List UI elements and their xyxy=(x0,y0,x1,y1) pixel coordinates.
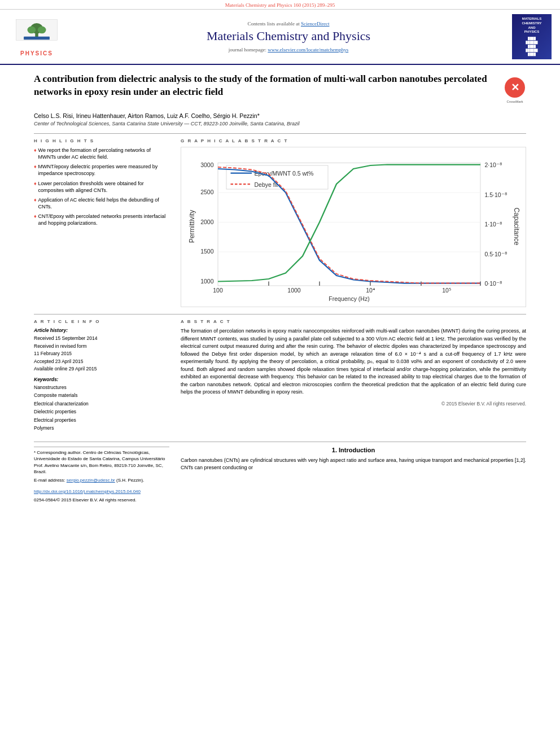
highlights-graphical-row: H I G H L I G H T S ♦ We report the form… xyxy=(34,133,526,307)
authors-list: Celso L.S. Risi, Irineu Hattenhauer, Air… xyxy=(34,112,526,119)
highlight-text-1: We report the formation of percolating n… xyxy=(38,147,169,160)
contents-text: Contents lists available at xyxy=(248,21,300,27)
sciencedirect-link[interactable]: ScienceDirect xyxy=(301,21,329,27)
svg-text:Epoxy/MWNT 0.5 wt%: Epoxy/MWNT 0.5 wt% xyxy=(255,170,314,177)
highlight-text-4: Application of AC electric field helps t… xyxy=(38,196,169,210)
homepage-line: journal homepage: www.elsevier.com/locat… xyxy=(229,47,348,53)
introduction-text: Carbon nanotubes (CNTs) are cylindrical … xyxy=(181,457,526,472)
highlight-item-3: ♦ Lower percolation thresholds were obta… xyxy=(34,180,169,194)
footnote-col: * Corresponding author. Centro de Ciênci… xyxy=(34,447,169,504)
journal-badge-area: MATERIALS CHEMISTRY AND PHYSICS ████████… xyxy=(509,14,554,59)
graphical-abstract-col: G R A P H I C A L A B S T R A C T Permit… xyxy=(181,138,526,307)
svg-text:100: 100 xyxy=(213,287,223,294)
keyword-6: Polymers xyxy=(34,424,169,432)
main-content: H I G H L I G H T S ♦ We report the form… xyxy=(0,133,560,504)
article-info-section: A R T I C L E I N F O Article history: R… xyxy=(34,314,526,433)
authors-text: Celso L.S. Risi, Irineu Hattenhauer, Air… xyxy=(34,112,260,119)
journal-reference: Materials Chemistry and Physics 160 (201… xyxy=(225,2,335,8)
highlights-col: H I G H L I G H T S ♦ We report the form… xyxy=(34,138,169,307)
svg-text:1·10⁻⁸: 1·10⁻⁸ xyxy=(485,221,502,228)
svg-text:1000: 1000 xyxy=(287,287,301,294)
svg-point-3 xyxy=(28,27,36,34)
keyword-5: Electrical properties xyxy=(34,416,169,424)
highlight-item-5: ♦ CNT/Epoxy with percolated networks pre… xyxy=(34,213,169,226)
doi-section: http://dx.doi.org/10.1016/j.matchemphys.… xyxy=(34,488,169,495)
journal-badge: MATERIALS CHEMISTRY AND PHYSICS ████████… xyxy=(512,14,552,59)
badge-extra: ████████████████████████ xyxy=(526,37,537,56)
keyword-3: Electrical characterization xyxy=(34,400,169,408)
homepage-label: journal homepage: xyxy=(229,47,266,53)
crossmark-logo: ✕ xyxy=(504,76,526,99)
highlight-item-1: ♦ We report the formation of percolating… xyxy=(34,147,169,160)
badge-line4: PHYSICS xyxy=(524,30,539,34)
svg-text:Frequency (Hz): Frequency (Hz) xyxy=(329,295,369,302)
svg-text:10⁵: 10⁵ xyxy=(442,287,451,294)
svg-rect-5 xyxy=(24,37,50,40)
svg-text:2·10⁻⁸: 2·10⁻⁸ xyxy=(485,161,502,168)
accepted-date: Accepted 23 April 2015 xyxy=(34,358,169,366)
abstract-text: The formation of percolation networks in… xyxy=(181,327,526,396)
top-bar: Materials Chemistry and Physics 160 (201… xyxy=(0,0,560,10)
bullet-1: ♦ xyxy=(34,147,37,153)
svg-text:2500: 2500 xyxy=(200,189,214,195)
crossmark-label: CrossMark xyxy=(504,100,526,103)
bullet-5: ♦ xyxy=(34,213,37,219)
svg-point-4 xyxy=(38,27,46,34)
received-date: Received 15 September 2014 xyxy=(34,335,169,343)
highlight-text-3: Lower percolation thresholds were obtain… xyxy=(38,180,169,194)
highlight-item-2: ♦ MWNT/epoxy dielectric properties were … xyxy=(34,163,169,177)
introduction-heading: 1. Introduction xyxy=(181,447,526,453)
journal-title-area: Contents lists available at ScienceDirec… xyxy=(73,14,504,59)
svg-text:10⁴: 10⁴ xyxy=(366,287,375,294)
footnote-border: * Corresponding author. Centro de Ciênci… xyxy=(34,447,169,484)
email-line: E-mail address: sergio.pezzin@udesc.br (… xyxy=(34,477,169,484)
graphical-abstract-heading: G R A P H I C A L A B S T R A C T xyxy=(181,138,526,143)
journal-title: Materials Chemistry and Physics xyxy=(207,29,370,43)
email-label: E-mail address: xyxy=(34,478,65,483)
svg-text:1000: 1000 xyxy=(200,278,214,285)
bullet-2: ♦ xyxy=(34,164,37,169)
issn-line: 0254-0584/© 2015 Elsevier B.V. All right… xyxy=(34,497,169,504)
svg-text:1500: 1500 xyxy=(200,248,214,255)
highlights-list: ♦ We report the formation of percolating… xyxy=(34,147,169,226)
corresponding-note: * Corresponding author. Centro de Ciênci… xyxy=(34,449,169,475)
badge-line1: MATERIALS xyxy=(522,17,542,21)
bullet-3: ♦ xyxy=(34,181,37,186)
article-history-label: Article history: xyxy=(34,327,169,333)
badge-line3: AND xyxy=(528,26,536,30)
email-address[interactable]: sergio.pezzin@udesc.br xyxy=(67,478,115,483)
email-suffix: (S.H. Pezzin). xyxy=(116,478,144,483)
paper-title-section: A contribution from dielectric analysis … xyxy=(0,65,560,108)
svg-text:0.5·10⁻⁸: 0.5·10⁻⁸ xyxy=(485,251,508,257)
highlight-item-4: ♦ Application of AC electric field helps… xyxy=(34,196,169,210)
svg-text:0·10⁻⁸: 0·10⁻⁸ xyxy=(485,280,502,287)
revised-date: 11 February 2015 xyxy=(34,350,169,358)
authors-section: Celso L.S. Risi, Irineu Hattenhauer, Air… xyxy=(0,108,560,129)
revised-label: Received in revised form xyxy=(34,343,169,351)
homepage-url[interactable]: www.elsevier.com/locate/matchemphys xyxy=(268,47,348,53)
keyword-1: Nanostructures xyxy=(34,383,169,391)
graphical-abstract-chart: Permittivity Capacitance xyxy=(181,147,526,307)
badge-line2: CHEMISTRY xyxy=(522,21,541,26)
svg-text:1.5·10⁻⁸: 1.5·10⁻⁸ xyxy=(485,191,508,198)
highlight-text-2: MWNT/epoxy dielectric properties were me… xyxy=(38,163,169,177)
paper-title-text: A contribution from dielectric analysis … xyxy=(34,73,498,99)
bottom-section: * Corresponding author. Centro de Ciênci… xyxy=(34,442,526,504)
contents-line: Contents lists available at ScienceDirec… xyxy=(248,21,330,27)
copyright-line: © 2015 Elsevier B.V. All rights reserved… xyxy=(181,401,526,407)
keywords-label: Keywords: xyxy=(34,377,169,382)
bullet-4: ♦ xyxy=(34,197,37,203)
elsevier-wordmark: PHYSICS xyxy=(20,50,53,56)
svg-text:Permittivity: Permittivity xyxy=(188,210,196,243)
highlights-heading: H I G H L I G H T S xyxy=(34,138,169,143)
available-date: Available online 29 April 2015 xyxy=(34,365,169,373)
abstract-col: A B S T R A C T The formation of percola… xyxy=(181,319,526,433)
crossmark-area: ✕ CrossMark xyxy=(504,76,526,103)
abstract-chart-svg: Permittivity Capacitance xyxy=(184,150,523,303)
svg-text:2000: 2000 xyxy=(200,219,214,225)
keyword-2: Composite materials xyxy=(34,391,169,399)
svg-text:3000: 3000 xyxy=(200,161,214,168)
doi-link[interactable]: http://dx.doi.org/10.1016/j.matchemphys.… xyxy=(34,489,141,494)
paper-title: A contribution from dielectric analysis … xyxy=(34,73,498,99)
introduction-col: 1. Introduction Carbon nanotubes (CNTs) … xyxy=(181,447,526,504)
